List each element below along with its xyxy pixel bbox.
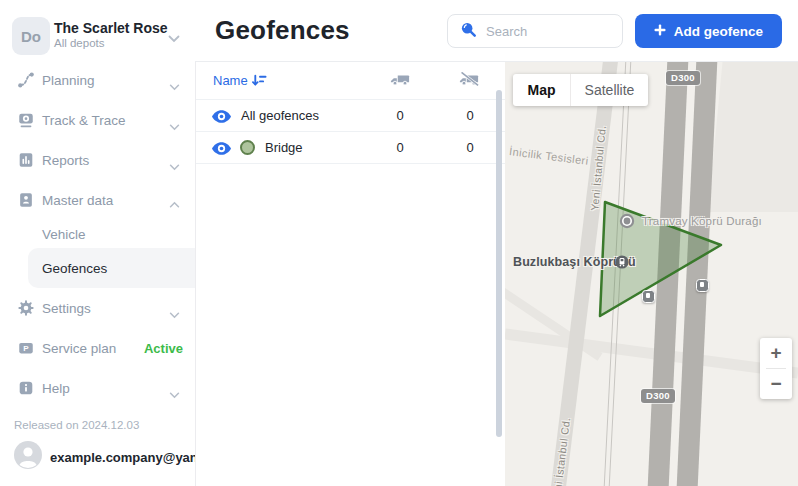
org-avatar[interactable]: Do xyxy=(12,17,50,55)
search-input[interactable] xyxy=(486,24,606,39)
road-badge: D300 xyxy=(666,71,700,85)
vehicles-count: 0 xyxy=(390,140,410,155)
sidebar-item-planning[interactable]: Planning xyxy=(0,60,195,100)
sidebar-item-vehicle[interactable]: Vehicle xyxy=(0,216,195,252)
plus-icon xyxy=(654,24,666,39)
sidebar-item-label: Track & Trace xyxy=(42,113,126,128)
eye-visibility-icon[interactable] xyxy=(212,141,231,159)
sidebar-item-track-and-trace[interactable]: Track & Trace xyxy=(0,100,195,140)
map-zoom-control: + − xyxy=(760,338,792,399)
geofence-list: Name All geofences 0 0 xyxy=(196,62,505,486)
list-scrollbar[interactable] xyxy=(496,90,502,437)
chevron-down-icon xyxy=(169,117,180,135)
app-window: Do The Scarlet Rose All depots Planning … xyxy=(0,0,798,486)
org-name: The Scarlet Rose xyxy=(54,20,168,36)
table-header: Name xyxy=(196,62,505,99)
sidebar-item-help[interactable]: Help xyxy=(0,368,195,408)
search-icon xyxy=(460,21,477,42)
sidebar-item-label: Vehicle xyxy=(0,227,86,242)
avatar xyxy=(14,441,42,473)
map-label-stop: Tramvay Köprü Durağı xyxy=(642,215,762,227)
eye-visibility-icon[interactable] xyxy=(212,109,231,127)
road-badge: D300 xyxy=(641,389,675,403)
sidebar-item-reports[interactable]: Reports xyxy=(0,140,195,180)
zoom-in-button[interactable]: + xyxy=(760,338,792,368)
geofence-color-marker xyxy=(240,140,255,155)
release-version-text: Released on 2024.12.03 xyxy=(14,419,139,431)
chevron-down-icon[interactable] xyxy=(168,29,180,47)
excluded-count: 0 xyxy=(460,108,480,123)
truck-icon[interactable] xyxy=(390,72,410,91)
org-subtitle: All depots xyxy=(54,37,105,49)
search-box[interactable] xyxy=(447,14,623,48)
chevron-down-icon xyxy=(169,157,180,175)
sidebar-item-service-plan[interactable]: P Service plan Active xyxy=(0,328,195,368)
map-canvas[interactable]: Tramvay Köprü Durağı Buzlukbaşı Köprüsü … xyxy=(505,62,798,486)
sidebar-item-label: Help xyxy=(42,381,70,396)
zoom-out-button[interactable]: − xyxy=(760,369,792,399)
svg-text:P: P xyxy=(23,344,29,353)
station-icon[interactable] xyxy=(615,255,629,273)
account-menu[interactable]: example.company@yandex xyxy=(14,443,189,471)
sidebar-item-settings[interactable]: Settings xyxy=(0,288,195,328)
divider xyxy=(196,163,505,164)
sidebar-item-master-data[interactable]: Master data xyxy=(0,180,195,220)
monitor-icon xyxy=(16,110,36,130)
vehicles-count: 0 xyxy=(390,108,410,123)
plan-icon: P xyxy=(16,338,36,358)
column-header-name[interactable]: Name xyxy=(213,73,248,88)
sidebar-item-label: Geofences xyxy=(28,261,107,276)
sidebar-item-label: Settings xyxy=(42,301,91,316)
route-icon xyxy=(16,70,36,90)
chevron-down-icon xyxy=(169,385,180,403)
chevron-up-icon xyxy=(169,197,180,215)
chevron-down-icon xyxy=(169,77,180,95)
sidebar: Do The Scarlet Rose All depots Planning … xyxy=(0,0,195,486)
id-card-icon xyxy=(16,190,36,210)
sort-icon[interactable] xyxy=(252,73,267,91)
map-type-map-button[interactable]: Map xyxy=(513,74,570,106)
sidebar-item-label: Service plan xyxy=(42,341,116,356)
truck-crossed-icon[interactable] xyxy=(459,72,479,91)
sidebar-item-label: Planning xyxy=(42,73,95,88)
gear-icon xyxy=(16,298,36,318)
sidebar-item-label: Master data xyxy=(42,193,113,208)
map-roads-layer xyxy=(505,62,798,486)
table-row[interactable]: Bridge 0 0 xyxy=(196,132,505,164)
tram-stop-icon[interactable] xyxy=(619,213,635,233)
sidebar-item-geofences[interactable]: Geofences xyxy=(28,248,195,288)
page-title: Geofences xyxy=(215,15,350,46)
transit-icon[interactable] xyxy=(642,290,655,303)
service-plan-status-badge: Active xyxy=(144,341,183,356)
sidebar-item-label: Reports xyxy=(42,153,89,168)
map-type-satellite-button[interactable]: Satellite xyxy=(570,74,648,106)
table-row[interactable]: All geofences 0 0 xyxy=(196,100,505,132)
geofence-name: All geofences xyxy=(241,108,319,123)
add-geofence-label: Add geofence xyxy=(674,24,763,39)
geofence-name: Bridge xyxy=(265,140,303,155)
transit-icon[interactable] xyxy=(696,279,709,292)
excluded-count: 0 xyxy=(460,140,480,155)
chevron-down-icon xyxy=(169,305,180,323)
reports-icon xyxy=(16,150,36,170)
map-type-control: Map Satellite xyxy=(513,74,648,106)
add-geofence-button[interactable]: Add geofence xyxy=(635,14,782,48)
account-email: example.company@yandex xyxy=(50,450,200,465)
help-icon xyxy=(16,378,36,398)
